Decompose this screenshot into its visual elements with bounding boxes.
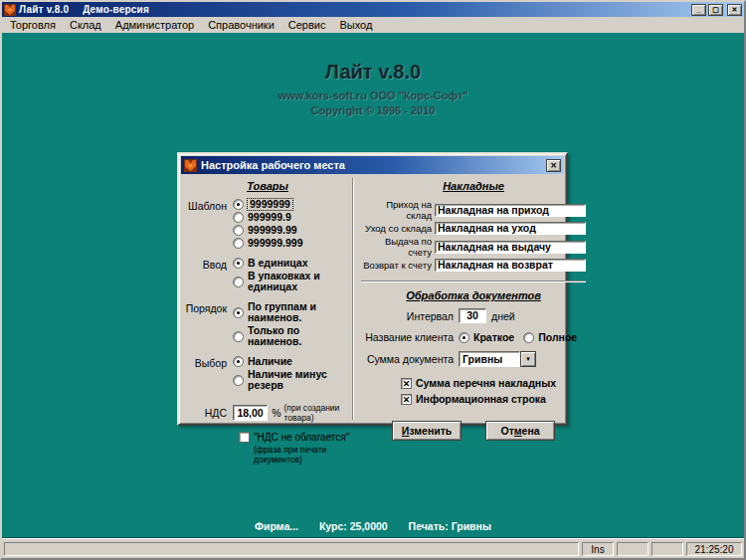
doc-sum-row: Сумма документа Гривны ▼	[361, 351, 586, 367]
dialog-close-icon[interactable]: ✕	[546, 159, 561, 172]
invoice-label: Уход со склада	[361, 223, 435, 234]
statusbar-empty-panel	[617, 542, 649, 556]
invoice-label: Возврат к счету	[361, 260, 435, 271]
vat-exempt-checkbox-row[interactable]: ✕ "НДС не облагается"	[239, 432, 350, 443]
currency-value[interactable]: Гривны	[459, 351, 520, 367]
dialog-titlebar[interactable]: Настройка рабочего места ✕	[181, 156, 564, 174]
cancel-button[interactable]: Отмена	[485, 421, 555, 441]
vat-exempt-label: "НДС не облагается"	[254, 432, 349, 443]
vat-exempt-note: (фраза при печати документов)	[254, 445, 350, 465]
window-controls: _ ▢ ✕	[691, 4, 742, 16]
menu-sklad[interactable]: Склад	[63, 18, 108, 32]
vvod-group: Ввод В единицах В упаковках и единицах	[185, 258, 350, 292]
minimize-icon[interactable]: _	[691, 4, 706, 16]
info-line-checkbox-row[interactable]: ✕ Информационная строка	[401, 393, 586, 405]
checkbox-icon[interactable]: ✕	[401, 394, 412, 405]
statusbar-main-panel	[4, 542, 579, 556]
statusbar-clock: 21:25:20	[686, 542, 742, 556]
brand-copyright: Copyright © 1996 - 2010	[2, 104, 744, 116]
sum-list-label: Сумма перечня накладных	[416, 377, 556, 389]
menu-torgovlya[interactable]: Торговля	[3, 18, 63, 32]
dialog-body: Товары Шаблон 9999999 999999.9	[179, 176, 566, 422]
fox-dialog-icon	[184, 159, 197, 172]
interval-label: Интервал	[361, 310, 459, 322]
nakladnye-heading: Накладные	[361, 180, 586, 192]
menu-administrator[interactable]: Администратор	[108, 18, 201, 32]
client-name-label: Название клиента	[361, 331, 459, 343]
radio-poryadok-0[interactable]: По группам и наименов.	[233, 301, 350, 323]
branding-block: Лайт v.8.0 www.kors-soft.ru ООО "Корс-Со…	[2, 61, 744, 116]
radio-shablon-0[interactable]: 9999999	[233, 199, 302, 210]
radio-client-full[interactable]: Полное	[523, 331, 577, 343]
invoice-input[interactable]: Накладная на уход	[435, 222, 586, 235]
rate-label: Курс: 25,0000	[319, 520, 388, 532]
client-name-row: Название клиента Краткое Полное	[361, 331, 586, 343]
close-icon[interactable]: ✕	[727, 4, 742, 16]
radio-shablon-1[interactable]: 999999.9	[233, 212, 302, 223]
client-area: Лайт v.8.0 www.kors-soft.ru ООО "Корс-Со…	[2, 33, 744, 538]
vat-row: НДС 18,00 % (при создании товара)	[185, 403, 350, 423]
poryadok-label: Порядок	[185, 301, 233, 347]
radio-vybor-0[interactable]: Наличие	[233, 356, 350, 367]
chevron-down-icon[interactable]: ▼	[520, 351, 536, 367]
radio-icon[interactable]	[233, 238, 244, 249]
info-line-label: Информационная строка	[416, 393, 546, 405]
invoice-row: Приход на склад Накладная на приход	[361, 199, 586, 221]
menu-bar: Торговля Склад Администратор Справочники…	[2, 17, 744, 33]
radio-icon[interactable]	[233, 225, 244, 236]
radio-icon[interactable]	[233, 331, 244, 342]
radio-client-short[interactable]: Краткое	[459, 331, 514, 343]
dialog-buttons: Изменить Отмена	[361, 421, 586, 441]
tovary-section: Товары Шаблон 9999999 999999.9	[179, 176, 352, 422]
invoice-input[interactable]: Накладная на возврат	[435, 259, 586, 272]
radio-icon[interactable]	[459, 332, 469, 343]
shablon-label: Шаблон	[185, 199, 233, 249]
vybor-label: Выбор	[185, 356, 233, 391]
interval-input[interactable]: 30	[459, 308, 486, 323]
radio-icon[interactable]	[233, 258, 244, 269]
sum-list-checkbox-row[interactable]: ✕ Сумма перечня накладных	[401, 377, 586, 389]
radio-icon[interactable]	[233, 307, 244, 318]
radio-icon[interactable]	[233, 375, 244, 386]
radio-vybor-1[interactable]: Наличие минус резерв	[233, 369, 350, 391]
radio-icon[interactable]	[233, 356, 244, 367]
radio-vvod-1[interactable]: В упаковках и единицах	[233, 271, 350, 292]
radio-vvod-0[interactable]: В единицах	[233, 258, 350, 269]
menu-vykhod[interactable]: Выход	[332, 18, 379, 32]
invoice-label: Приход на склад	[361, 199, 435, 221]
poryadok-group: Порядок По группам и наименов. Только по…	[185, 301, 350, 347]
radio-icon[interactable]	[233, 199, 244, 210]
checkbox-icon[interactable]: ✕	[239, 432, 250, 443]
horizontal-divider	[361, 280, 586, 282]
radio-shablon-2[interactable]: 999999.99	[233, 225, 302, 236]
radio-icon[interactable]	[233, 212, 244, 223]
vat-input[interactable]: 18,00	[233, 405, 268, 421]
change-button[interactable]: Изменить	[392, 421, 462, 441]
status-bar: Ins 21:25:20	[2, 538, 744, 558]
radio-shablon-3[interactable]: 999999.999	[233, 238, 302, 249]
vat-label: НДС	[185, 407, 233, 419]
radio-icon[interactable]	[523, 332, 534, 343]
vat-note: (при создании товара)	[284, 403, 350, 423]
invoice-input[interactable]: Накладная на выдачу	[435, 241, 586, 254]
invoice-row: Уход со склада Накладная на уход	[361, 222, 586, 235]
menu-servis[interactable]: Сервис	[281, 18, 333, 32]
statusbar-ins-indicator: Ins	[582, 542, 614, 556]
shablon-group: Шаблон 9999999 999999.9	[185, 199, 350, 249]
menu-spravochniki[interactable]: Справочники	[201, 18, 281, 32]
vat-percent-sign: %	[272, 407, 280, 419]
maximize-icon[interactable]: ▢	[708, 4, 723, 16]
firm-label: Фирма...	[255, 520, 298, 532]
invoice-input[interactable]: Накладная на приход	[435, 204, 586, 217]
interval-row: Интервал 30 дней	[361, 308, 586, 323]
vybor-group: Выбор Наличие Наличие минус резерв	[185, 356, 350, 391]
statusbar-empty-panel	[652, 542, 683, 556]
radio-icon[interactable]	[233, 277, 244, 287]
window-titlebar: Лайт v.8.0 Демо-версия _ ▢ ✕	[2, 2, 744, 17]
window-edition: Демо-версия	[83, 4, 149, 15]
checkbox-icon[interactable]: ✕	[401, 378, 412, 389]
invoice-label: Выдача по счету	[361, 236, 435, 258]
radio-poryadok-1[interactable]: Только по наименов.	[233, 325, 350, 347]
currency-dropdown[interactable]: Гривны ▼	[459, 351, 536, 367]
firm-status-line: Фирма... Курс: 25,0000 Печать: Гривны	[2, 520, 744, 532]
